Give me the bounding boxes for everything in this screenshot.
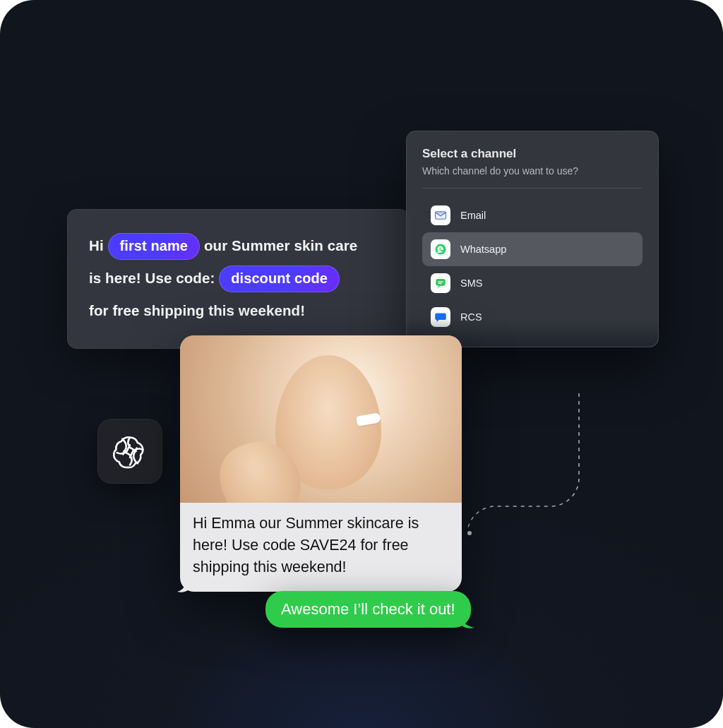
variable-chip-first-name[interactable]: first name bbox=[108, 233, 201, 260]
bubble-tail-icon bbox=[459, 614, 474, 629]
channel-label: Email bbox=[460, 210, 486, 221]
delivered-message-bubble: Hi Emma our Summer skincare is here! Use… bbox=[180, 335, 462, 592]
rcs-icon bbox=[431, 307, 450, 327]
svg-rect-1 bbox=[436, 212, 446, 214]
svg-rect-5 bbox=[438, 283, 441, 284]
template-text: our Summer skin care bbox=[204, 237, 357, 253]
connector-line bbox=[466, 393, 600, 535]
message-template-card: Hi first name our Summer skin care is he… bbox=[67, 209, 410, 349]
reply-message-bubble: Awesome I’ll check it out! bbox=[265, 591, 471, 628]
channel-label: Whatsapp bbox=[460, 244, 506, 255]
delivered-message-text: Hi Emma our Summer skincare is here! Use… bbox=[180, 503, 462, 592]
template-text: for free shipping this weekend! bbox=[89, 302, 305, 318]
panel-title: Select a channel bbox=[422, 147, 643, 161]
email-icon bbox=[431, 205, 450, 225]
channel-label: RCS bbox=[460, 311, 482, 323]
panel-subtitle: Which channel do you want to use? bbox=[422, 165, 643, 189]
bubble-tail-icon bbox=[177, 578, 193, 593]
channel-option-sms[interactable]: SMS bbox=[422, 266, 643, 300]
channel-option-email[interactable]: Email bbox=[422, 198, 643, 232]
svg-rect-4 bbox=[438, 281, 443, 282]
svg-rect-3 bbox=[436, 279, 446, 286]
scene-canvas: Hi first name our Summer skin care is he… bbox=[0, 0, 723, 728]
whatsapp-icon bbox=[431, 239, 450, 259]
channel-option-rcs[interactable]: RCS bbox=[422, 300, 643, 334]
channel-option-whatsapp[interactable]: Whatsapp bbox=[422, 232, 643, 266]
sms-icon bbox=[431, 273, 450, 293]
template-text: Hi bbox=[89, 237, 104, 253]
channel-selector-panel: Select a channel Which channel do you wa… bbox=[406, 131, 659, 347]
connector-endpoint bbox=[466, 530, 473, 537]
openai-logo-icon bbox=[97, 419, 162, 484]
reply-message-text: Awesome I’ll check it out! bbox=[281, 600, 455, 618]
variable-chip-discount-code[interactable]: discount code bbox=[219, 265, 340, 292]
channel-label: SMS bbox=[460, 278, 482, 289]
template-text: is here! Use code: bbox=[89, 270, 215, 286]
message-photo bbox=[180, 335, 462, 503]
